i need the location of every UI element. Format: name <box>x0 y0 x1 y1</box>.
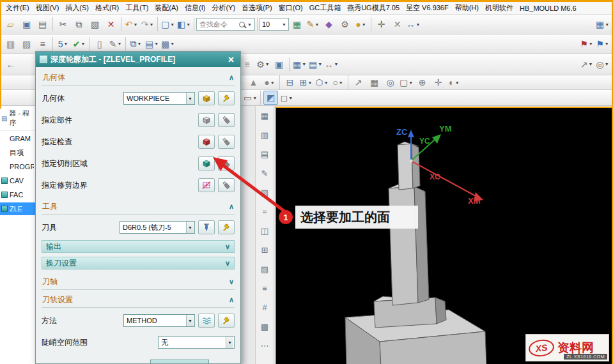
menu-item[interactable]: 装配(A) <box>151 2 182 14</box>
redo-icon[interactable]: ↷▼ <box>140 17 155 31</box>
flag-blue-icon[interactable]: ⚑▼ <box>595 37 610 51</box>
open-icon[interactable]: ▱ <box>3 17 18 31</box>
dropdown-arrow-icon[interactable]: ▼ <box>186 222 194 233</box>
geometry-section-header[interactable]: 几何体 ∧ <box>42 69 235 86</box>
navigator-item[interactable]: 目项 <box>0 146 35 159</box>
dropdown-arrow-icon[interactable]: ▼ <box>170 42 175 46</box>
dropdown-arrow-icon[interactable]: ▼ <box>226 337 233 348</box>
list-icon[interactable]: ≡ <box>240 57 254 72</box>
undo-icon[interactable]: ↶▼ <box>124 17 139 31</box>
dropdown-arrow-icon[interactable]: ▼ <box>362 22 366 27</box>
snap-cross-icon[interactable]: ✕ <box>390 17 405 31</box>
dropdown-arrow-icon[interactable]: ▼ <box>416 22 421 27</box>
pattern2-icon[interactable]: ▩ <box>258 320 272 333</box>
chevron-down-icon[interactable]: ∨ <box>229 278 234 286</box>
notes-icon[interactable]: ▤ <box>258 148 272 161</box>
dropdown-arrow-icon[interactable]: ▼ <box>133 22 137 27</box>
page-icon[interactable]: ▯ <box>92 37 107 51</box>
chevron-down-icon[interactable]: ∨ <box>225 259 230 268</box>
tool-settings-button[interactable] <box>218 220 235 234</box>
clipped-input-field[interactable] <box>150 360 209 364</box>
render-style-icon[interactable]: ◧▼ <box>176 17 191 31</box>
machine-icon[interactable]: ▣ <box>272 57 286 72</box>
dashed-select-icon[interactable]: ▦ <box>258 109 272 123</box>
pattern-icon[interactable]: ▩▼ <box>160 37 175 51</box>
graphics-viewport[interactable]: ZC YM YC XC XM <box>275 107 613 364</box>
menu-item[interactable]: 分析(Y) <box>208 2 238 14</box>
tool-section-header[interactable]: 工具 ∧ <box>42 198 235 215</box>
command-finder[interactable]: 查找命令▼ <box>196 18 255 31</box>
dropdown-arrow-icon[interactable]: ▼ <box>186 22 190 27</box>
chevron-up-icon[interactable]: ∧ <box>229 73 234 82</box>
menu-item[interactable]: HB_MOULD M6.6 <box>516 3 580 13</box>
sphere-icon[interactable]: ●▼ <box>353 17 368 31</box>
dropdown-arrow-icon[interactable]: ▼ <box>270 80 275 85</box>
dropdown-arrow-icon[interactable]: ▼ <box>137 42 142 46</box>
display-trim-button[interactable] <box>218 178 235 192</box>
dropdown-arrow-icon[interactable]: ▼ <box>307 80 312 85</box>
dropdown-arrow-icon[interactable]: ▼ <box>247 22 252 27</box>
grid-icon[interactable]: ▦ <box>367 75 382 89</box>
specify-cut-area-button[interactable] <box>198 156 215 171</box>
steep-range-combo[interactable]: 无 ▼ <box>158 336 235 349</box>
dialog-title-bar[interactable]: 深度轮廓加工 - [ZLEVEL_PROFILE] ✕ <box>36 52 240 67</box>
dropdown-arrow-icon[interactable]: ▼ <box>282 22 286 27</box>
target-icon[interactable]: ◎▼ <box>595 57 610 72</box>
circle-icon[interactable]: ○▼ <box>330 75 345 89</box>
navigator-item[interactable]: CAV <box>0 174 35 187</box>
dropdown-arrow-icon[interactable]: ▼ <box>408 80 413 85</box>
pan-icon[interactable]: ✛ <box>431 75 446 89</box>
print-icon[interactable]: ▤ <box>35 17 50 31</box>
edit-geometry-button[interactable] <box>198 91 215 105</box>
menu-item[interactable]: 视图(V) <box>33 2 63 14</box>
specify-check-button[interactable] <box>198 135 215 149</box>
tool-output-button[interactable] <box>198 220 215 234</box>
columns-icon[interactable]: ◫ <box>258 224 272 238</box>
navigator-item[interactable]: PROGR <box>0 160 35 173</box>
dropdown-arrow-icon[interactable]: ▼ <box>318 62 322 66</box>
menu-item[interactable]: GC工具箱 <box>306 2 345 14</box>
grid-plus-icon[interactable]: ⊞ <box>258 243 272 257</box>
new-method-button[interactable] <box>218 314 235 328</box>
dropdown-arrow-icon[interactable]: ▼ <box>455 80 460 85</box>
dropdown-arrow-icon[interactable]: ▼ <box>252 96 257 100</box>
output-subsection[interactable]: 输出 ∨ <box>42 240 235 253</box>
target2-icon[interactable]: ◎ <box>383 75 398 89</box>
list2-icon[interactable]: ≡ <box>258 282 272 295</box>
edit-method-button[interactable] <box>198 314 215 328</box>
cone-icon[interactable]: ▲ <box>246 75 261 89</box>
save-icon[interactable]: ▣ <box>19 17 34 31</box>
hexagon-icon[interactable]: ⬡▼ <box>314 75 329 89</box>
dropdown-arrow-icon[interactable]: ▼ <box>334 62 339 66</box>
wireframe-view-icon[interactable]: ◻▼ <box>279 91 294 105</box>
pencil-icon[interactable]: ✎▼ <box>306 17 320 31</box>
menu-item[interactable]: 首选项(P) <box>238 2 275 14</box>
layers-icon[interactable]: ≡ <box>35 37 50 51</box>
empty-box-icon[interactable]: ▢▼ <box>399 75 414 89</box>
sheet-icon[interactable]: ▦ <box>290 17 304 31</box>
grid-a-icon[interactable]: ▦▼ <box>292 57 307 72</box>
display-cut-area-button[interactable] <box>218 156 235 171</box>
dropdown-arrow-icon[interactable]: ▼ <box>117 42 121 46</box>
path-settings-section-header[interactable]: 刀轨设置 ∧ <box>42 291 235 308</box>
check-layers-icon[interactable]: ✔▼ <box>72 37 86 51</box>
chevron-down-icon[interactable]: ∨ <box>225 243 230 251</box>
navigator-item[interactable]: ZLE <box>0 202 35 215</box>
chevron-up-icon[interactable]: ∧ <box>229 202 234 211</box>
menu-item[interactable]: 格式(R) <box>92 2 122 14</box>
specify-trim-button[interactable] <box>198 178 215 192</box>
dashed-rect-icon[interactable]: ▭▼ <box>243 91 258 105</box>
window-grid-icon[interactable]: ▦▼ <box>595 17 610 31</box>
method-combo[interactable]: METHOD ▼ <box>123 314 195 327</box>
gear-icon[interactable]: ⚙ <box>338 17 352 31</box>
dropdown-arrow-icon[interactable]: ▼ <box>314 22 319 27</box>
geometry-combo[interactable]: WORKPIECE ▼ <box>123 92 195 105</box>
dropdown-arrow-icon[interactable]: ▼ <box>302 62 306 66</box>
selection-scope-combo[interactable]: 10▼ <box>260 18 289 31</box>
menu-item[interactable]: 工具(T) <box>122 2 151 14</box>
delete-icon[interactable]: ✕ <box>104 17 118 31</box>
wave-icon[interactable]: ≈ <box>258 205 272 218</box>
diamond-icon[interactable]: ◆ <box>322 17 336 31</box>
palette-icon[interactable]: ▧ <box>258 186 272 199</box>
menu-item[interactable]: 插入(S) <box>62 2 92 14</box>
